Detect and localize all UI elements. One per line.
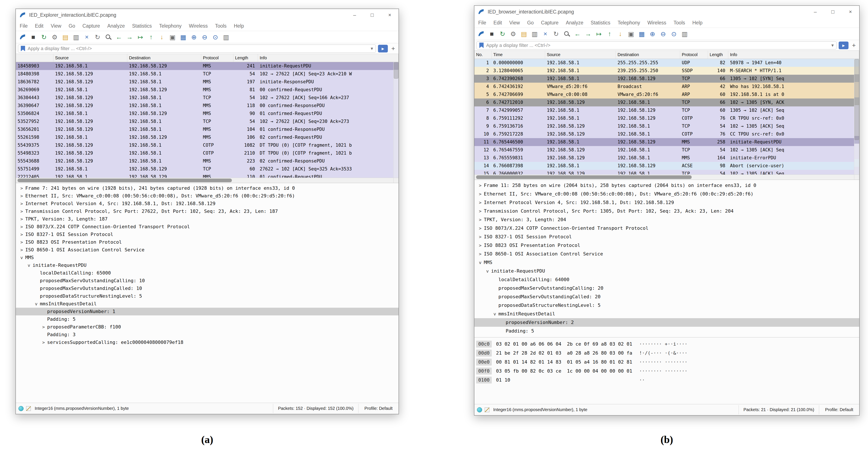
open-file-icon[interactable]: ▤ (61, 33, 70, 41)
packet-row[interactable]: 136.765559831192.168.58.129192.168.58.1M… (474, 154, 854, 162)
find-packet-icon[interactable] (562, 29, 571, 38)
capture-options-icon[interactable]: ⚙ (509, 29, 518, 38)
menu-view[interactable]: View (509, 20, 520, 26)
detail-line[interactable]: >ISO 8327-1 OSI Session Protocol (474, 232, 859, 241)
horizontal-scrollbar[interactable] (16, 178, 399, 183)
packet-row[interactable]: 86.759111292192.168.58.1192.168.58.129CO… (474, 115, 854, 122)
zoom-100-icon[interactable]: ⊙ (211, 33, 220, 41)
filter-bookmark-icon[interactable] (479, 43, 484, 48)
detail-line[interactable]: vMMS (474, 258, 859, 267)
packet-row[interactable]: 55751499192.168.58.1192.168.58.129TCP602… (16, 165, 393, 173)
zoom-in-icon[interactable]: ⊕ (189, 33, 198, 41)
expand-closed-icon[interactable]: > (18, 215, 25, 223)
close-button[interactable]: × (386, 12, 393, 18)
packet-row[interactable]: 46.742436192VMware_d5:20:f6BroadcastARP4… (474, 83, 854, 91)
stop-capture-icon[interactable]: ■ (29, 33, 38, 41)
expand-closed-icon[interactable]: > (18, 238, 25, 246)
detail-line[interactable]: vMMS (16, 254, 399, 261)
column-header-time[interactable] (16, 54, 53, 62)
go-last-packet-icon[interactable]: ↓ (157, 33, 166, 41)
menu-wireless[interactable]: Wireless (647, 20, 666, 26)
detail-line[interactable]: Padding: 3 (16, 331, 399, 338)
expand-open-icon[interactable]: v (476, 258, 484, 267)
filter-bookmark-icon[interactable] (21, 46, 25, 52)
capture-options-icon[interactable]: ⚙ (50, 33, 59, 41)
hex-row[interactable]: 00f003 05 fb 00 82 0c 03 ce 1c 00 00 04 … (474, 367, 859, 375)
hex-row[interactable]: 00e000 81 01 14 82 01 14 83 01 05 a4 16 … (474, 358, 859, 367)
vertical-scrollbar-thumb[interactable] (855, 59, 859, 140)
display-filter-input[interactable]: Apply a display filter ... <Ctrl-/> (476, 41, 837, 50)
colorize-icon[interactable]: ▦ (637, 29, 646, 38)
packet-row[interactable]: 18636782192.168.58.129192.168.58.1MMS197… (16, 78, 393, 86)
column-header-protocol[interactable]: Protocol (201, 54, 233, 62)
zoom-out-icon[interactable]: ⊖ (200, 33, 209, 41)
expand-closed-icon[interactable]: > (476, 250, 484, 258)
menu-statistics[interactable]: Statistics (591, 20, 610, 26)
packet-row[interactable]: 66.742712010192.168.58.129192.168.58.1TC… (474, 98, 854, 106)
expand-open-icon[interactable]: v (33, 300, 40, 308)
menu-view[interactable]: View (51, 23, 61, 29)
packet-row[interactable]: 106.759217228192.168.58.129192.168.58.1C… (474, 130, 854, 138)
go-forward-icon[interactable]: → (125, 33, 134, 41)
expand-closed-icon[interactable]: > (40, 338, 47, 346)
expand-closed-icon[interactable]: > (18, 192, 25, 200)
packet-row[interactable]: 96.759136716192.168.58.129192.168.58.1TC… (474, 122, 854, 130)
detail-line[interactable]: proposedVersionNumber: 2 (474, 318, 859, 327)
save-file-icon[interactable]: ▥ (71, 33, 81, 41)
expand-closed-icon[interactable]: > (18, 184, 25, 192)
detail-line[interactable]: proposedDataStructureNestingLevel: 5 (474, 301, 859, 309)
expand-open-icon[interactable]: v (484, 267, 491, 275)
detail-line[interactable]: localDetailCalling: 65000 (16, 269, 399, 277)
column-header-destination[interactable]: Destination (616, 51, 680, 59)
column-header-destination[interactable]: Destination (127, 54, 201, 62)
expand-closed-icon[interactable]: > (476, 198, 484, 207)
zoom-out-icon[interactable]: ⊖ (659, 29, 668, 38)
vertical-scrollbar-thumb[interactable] (394, 62, 398, 78)
detail-line[interactable]: >TPKT, Version: 3, Length: 187 (16, 215, 399, 223)
status-profile[interactable]: Profile: Default (361, 404, 396, 413)
maximize-button[interactable]: □ (369, 12, 375, 18)
menu-edit[interactable]: Edit (493, 20, 502, 26)
detail-line[interactable]: vmmsInitRequestDetail (16, 300, 399, 308)
column-header-source[interactable]: Source (53, 54, 127, 62)
expand-open-icon[interactable]: v (25, 261, 33, 269)
detail-line[interactable]: >Transmission Control Protocol, Src Port… (16, 207, 399, 215)
stop-capture-icon[interactable]: ■ (487, 29, 496, 38)
detail-line[interactable]: >Internet Protocol Version 4, Src: 192.1… (16, 200, 399, 207)
packet-row[interactable]: 126.765467559192.168.58.129192.168.58.1T… (474, 146, 854, 154)
filter-apply-button[interactable] (839, 41, 848, 49)
horizontal-scrollbar-thumb[interactable] (18, 178, 232, 182)
packet-row[interactable]: 55543688192.168.58.129192.168.58.1MMS223… (16, 157, 393, 165)
expand-closed-icon[interactable]: > (18, 207, 25, 215)
detail-line[interactable]: >Ethernet II, Src: VMware_c0:00:08 (00:5… (474, 190, 859, 198)
expand-closed-icon[interactable]: > (18, 246, 25, 254)
menu-wireless[interactable]: Wireless (189, 23, 208, 29)
expand-open-icon[interactable]: v (491, 309, 498, 318)
menu-go[interactable]: Go (68, 23, 75, 29)
colorize-icon[interactable]: ▦ (179, 33, 188, 41)
display-filter-input[interactable]: Apply a display filter ... <Ctrl-/> (18, 44, 376, 53)
menu-telephony[interactable]: Telephony (159, 23, 182, 29)
go-to-packet-icon[interactable]: ↦ (594, 29, 603, 38)
detail-line[interactable]: Padding: 5 (474, 327, 859, 335)
expand-open-icon[interactable]: v (18, 254, 25, 261)
filter-dropdown-icon[interactable] (831, 43, 834, 48)
expand-closed-icon[interactable]: > (476, 181, 484, 190)
detail-line[interactable]: >Frame 11: 258 bytes on wire (2064 bits)… (474, 181, 859, 190)
filter-add-button[interactable]: + (850, 42, 857, 49)
packet-row[interactable]: 36269069192.168.58.1192.168.58.129MMS810… (16, 86, 393, 94)
hex-row[interactable]: 010001 10·· (474, 375, 859, 385)
packet-row[interactable]: 146.766087398192.168.58.1192.168.58.129A… (474, 162, 854, 170)
vertical-scrollbar[interactable] (854, 59, 859, 174)
column-header-source[interactable]: Source (545, 51, 616, 59)
detail-line[interactable]: vmmsInitRequestDetail (474, 309, 859, 318)
expand-closed-icon[interactable]: > (476, 224, 484, 232)
capture-comment-icon[interactable] (485, 407, 489, 412)
start-capture-icon[interactable] (476, 29, 486, 38)
filter-add-button[interactable]: + (390, 45, 396, 52)
menu-tools[interactable]: Tools (674, 20, 685, 26)
menu-capture[interactable]: Capture (83, 23, 100, 29)
detail-line[interactable]: >ISO 8327-1 OSI Session Protocol (16, 231, 399, 238)
horizontal-scrollbar[interactable] (474, 174, 859, 179)
packet-row[interactable]: 55498323192.168.58.129192.168.58.1COTP21… (16, 149, 393, 157)
